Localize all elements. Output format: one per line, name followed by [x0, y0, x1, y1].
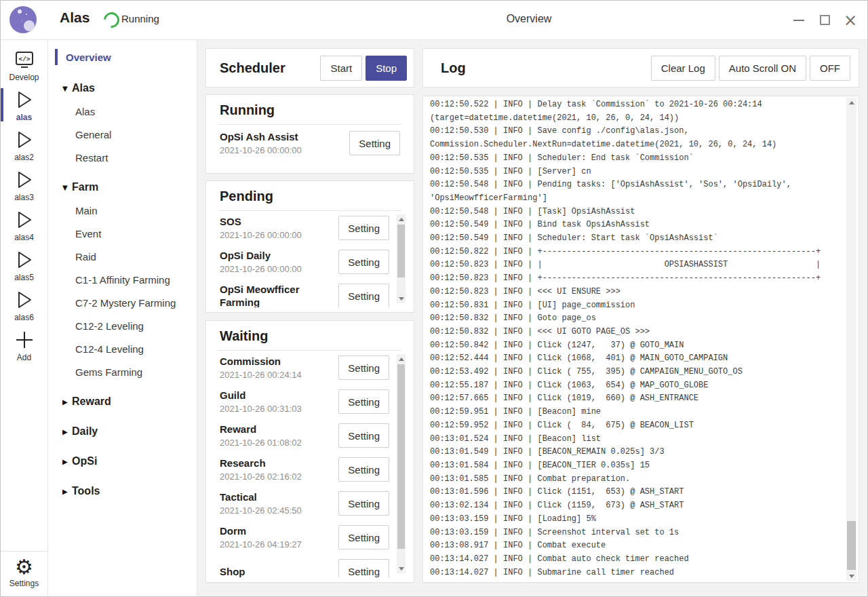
log-scrollbar[interactable]	[846, 98, 856, 581]
nav-item-c12-4-leveling[interactable]: C12-4 Leveling	[48, 337, 197, 360]
task-next-run-time: 2021-10-26 00:31:03	[220, 404, 338, 415]
rail-item-alas[interactable]: alas	[1, 85, 47, 125]
active-indicator	[55, 49, 58, 65]
task-setting-button[interactable]: Setting	[338, 423, 389, 448]
play-icon	[15, 248, 34, 271]
task-setting-button[interactable]: Setting	[338, 250, 389, 274]
task-name: Guild	[220, 389, 338, 402]
scrollbar-thumb[interactable]	[397, 364, 405, 549]
waiting-task-list: Commission2021-10-26 00:24:14SettingGuil…	[206, 351, 414, 577]
task-info: OpSi Daily2021-10-26 00:00:00	[220, 249, 338, 275]
pending-scrollbar[interactable]	[397, 214, 406, 303]
rail-item-add[interactable]: Add	[1, 325, 47, 365]
nav-item-c7-2-mystery-farming[interactable]: C7-2 Mystery Farming	[48, 291, 197, 314]
scheduler-stop-button[interactable]: Stop	[366, 56, 407, 81]
log-line: 00:12:50.823 | INFO | <<< UI ENSURE >>>	[430, 286, 844, 299]
nav-item-restart[interactable]: Restart	[48, 146, 197, 169]
minimize-button[interactable]	[786, 7, 812, 33]
auto-scroll-on-button[interactable]: Auto Scroll ON	[719, 56, 806, 81]
chevron-right-icon: ▶	[62, 458, 72, 465]
scrollbar-thumb[interactable]	[847, 521, 856, 570]
task-name: Dorm	[220, 524, 338, 537]
waiting-scrollbar[interactable]	[397, 354, 406, 573]
task-name: OpSi Ash Assist	[220, 130, 349, 143]
task-name: Commission	[220, 355, 338, 368]
scheduler-start-button[interactable]: Start	[320, 56, 362, 81]
nav-overview-label: Overview	[66, 52, 111, 63]
scroll-up-button[interactable]	[397, 214, 406, 224]
task-row: OpSi Meowfficer FarmingSetting	[206, 279, 414, 307]
page-title: Overview	[197, 13, 861, 25]
rail-item-alas2[interactable]: alas2	[1, 125, 47, 165]
log-line: 00:12:50.522 | INFO | Delay task `Commis…	[430, 98, 844, 112]
task-setting-button[interactable]: Setting	[349, 131, 400, 155]
nav-item-gems-farming[interactable]: Gems Farming	[48, 360, 197, 383]
task-name: Tactical	[220, 490, 338, 503]
clear-log-button[interactable]: Clear Log	[651, 56, 715, 81]
task-next-run-time: 2021-10-26 02:16:02	[220, 471, 338, 482]
nav-group-label: Daily	[72, 425, 98, 438]
rail-item-alas6[interactable]: alas6	[1, 285, 47, 325]
nav-group-header-reward[interactable]: ▶Reward	[48, 390, 197, 413]
triangle-up-icon	[849, 101, 854, 104]
task-setting-button[interactable]: Setting	[338, 284, 389, 307]
task-next-run-time: 2021-10-26 00:00:00	[220, 264, 338, 275]
scroll-up-button[interactable]	[397, 354, 406, 364]
scrollbar-thumb[interactable]	[397, 225, 405, 277]
nav-group-reward: ▶Reward	[48, 390, 197, 413]
pending-title: Pending	[218, 181, 401, 211]
task-setting-button[interactable]: Setting	[338, 355, 389, 380]
instance-rail-items: </>Developalasalas2alas3alas4alas5alas6A…	[1, 40, 47, 365]
nav-group-header-opsi[interactable]: ▶OpSi	[48, 450, 197, 473]
maximize-button[interactable]	[812, 7, 837, 33]
nav-group-header-daily[interactable]: ▶Daily	[48, 420, 197, 443]
task-setting-button[interactable]: Setting	[338, 491, 389, 516]
play-icon	[15, 88, 34, 111]
task-row: Commission2021-10-26 00:24:14Setting	[206, 351, 414, 385]
nav-item-raid[interactable]: Raid	[48, 245, 197, 268]
svg-text:</>: </>	[18, 56, 30, 63]
log-header-card: Log Clear Log Auto Scroll ON OFF	[422, 48, 859, 88]
rail-item-label: alas4	[14, 233, 34, 242]
scroll-up-button[interactable]	[846, 98, 856, 107]
log-line: 00:12:50.822 | INFO | +-----------------…	[430, 246, 844, 259]
task-setting-button[interactable]: Setting	[338, 525, 389, 550]
task-setting-button[interactable]: Setting	[338, 559, 389, 577]
sidebar-item-settings[interactable]: ⚙ Settings	[1, 551, 47, 594]
rail-item-alas5[interactable]: alas5	[1, 245, 47, 285]
nav-group-label: Tools	[72, 485, 100, 497]
task-setting-button[interactable]: Setting	[338, 389, 389, 414]
nav-group-alas: ▼AlasAlasGeneralRestart	[48, 77, 197, 169]
nav-item-overview[interactable]: Overview	[48, 44, 197, 70]
task-next-run-time: 2021-10-26 00:24:14	[220, 370, 338, 381]
close-button[interactable]: ×	[837, 7, 863, 33]
nav-item-general[interactable]: General	[48, 123, 197, 146]
triangle-up-icon	[399, 358, 404, 361]
gear-icon: ⚙	[15, 556, 33, 579]
log-line: 00:12:50.549 | INFO | Bind task OpsiAshA…	[430, 218, 844, 232]
task-name: Reward	[220, 423, 338, 436]
rail-item-label: alas2	[14, 153, 34, 162]
scheduler-card: Scheduler Start Stop	[205, 48, 414, 88]
nav-group-header-tools[interactable]: ▶Tools	[48, 480, 197, 503]
log-line: 00:13:01.584 | INFO | [BEACON_TIER 0.035…	[430, 459, 844, 473]
auto-scroll-off-button[interactable]: OFF	[810, 56, 850, 81]
pending-card: Pending SOS2021-10-26 00:00:00SettingOpS…	[205, 180, 414, 313]
scroll-down-button[interactable]	[397, 564, 406, 573]
nav-item-alas[interactable]: Alas	[48, 100, 197, 123]
task-info: OpSi Ash Assist2021-10-26 00:00:00	[220, 130, 349, 156]
nav-item-event[interactable]: Event	[48, 222, 197, 245]
scroll-down-button[interactable]	[397, 294, 406, 303]
task-setting-button[interactable]: Setting	[338, 457, 389, 482]
rail-item-alas4[interactable]: alas4	[1, 205, 47, 245]
nav-group-header-alas[interactable]: ▼Alas	[48, 77, 197, 100]
nav-item-main[interactable]: Main	[48, 199, 197, 222]
nav-item-c12-2-leveling[interactable]: C12-2 Leveling	[48, 314, 197, 337]
nav-item-c1-1-affinity-farming[interactable]: C1-1 Affinity Farming	[48, 268, 197, 291]
rail-item-alas3[interactable]: alas3	[1, 165, 47, 205]
nav-group-header-farm[interactable]: ▼Farm	[48, 176, 197, 199]
rail-item-develop[interactable]: </>Develop	[1, 45, 47, 85]
task-setting-button[interactable]: Setting	[338, 216, 389, 240]
chevron-right-icon: ▶	[62, 428, 72, 436]
scroll-down-button[interactable]	[846, 571, 856, 581]
